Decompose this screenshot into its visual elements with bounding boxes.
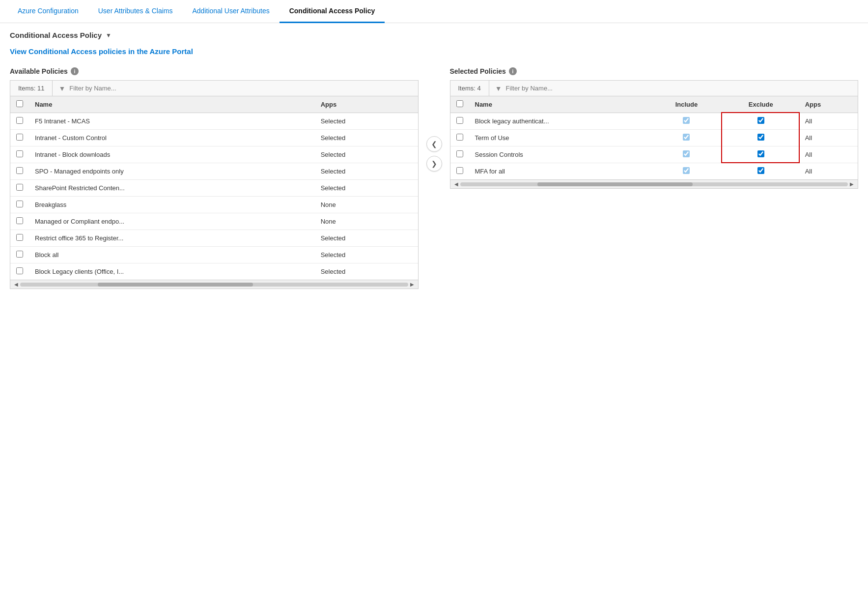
selected-col-apps: Apps bbox=[799, 96, 858, 113]
available-row-checkbox[interactable] bbox=[10, 180, 29, 197]
selected-row-include[interactable] bbox=[650, 146, 723, 163]
selected-row-apps: All bbox=[799, 130, 858, 146]
selected-policies-filter-input[interactable] bbox=[506, 85, 852, 92]
selected-row-cb-0[interactable] bbox=[456, 117, 463, 124]
selected-row-exclude-cb-2[interactable] bbox=[757, 150, 764, 157]
selected-col-exclude: Exclude bbox=[723, 96, 799, 113]
available-row-checkbox[interactable] bbox=[10, 230, 29, 247]
available-row-cb-9[interactable] bbox=[16, 267, 23, 274]
available-scroll-thumb bbox=[98, 283, 253, 287]
selected-row-exclude[interactable] bbox=[723, 130, 799, 146]
available-row-checkbox[interactable] bbox=[10, 113, 29, 130]
transfer-right-button[interactable]: ❯ bbox=[426, 156, 442, 172]
available-row-cb-0[interactable] bbox=[16, 117, 23, 124]
available-row-checkbox[interactable] bbox=[10, 197, 29, 213]
selected-scroll-track[interactable] bbox=[460, 182, 848, 186]
tab-azure-config[interactable]: Azure Configuration bbox=[8, 0, 88, 23]
available-row-checkbox[interactable] bbox=[10, 247, 29, 263]
selected-scroll-thumb bbox=[537, 182, 693, 186]
selected-row-checkbox[interactable] bbox=[450, 113, 469, 130]
selected-scroll-left-arrow[interactable]: ◀ bbox=[452, 181, 460, 187]
selected-row-exclude-cb-0[interactable] bbox=[757, 117, 764, 124]
selected-scroll-right-arrow[interactable]: ▶ bbox=[848, 181, 856, 187]
top-navigation: Azure Configuration User Attributes & Cl… bbox=[0, 0, 868, 23]
tab-user-attributes[interactable]: User Attributes & Claims bbox=[88, 0, 183, 23]
transfer-left-button[interactable]: ❮ bbox=[426, 136, 442, 152]
available-policy-row: SharePoint Restricted Conten... Selected bbox=[10, 180, 418, 197]
available-row-name: Block Legacy clients (Office, I... bbox=[29, 263, 315, 280]
available-row-apps: Selected bbox=[315, 130, 418, 146]
selected-row-exclude[interactable] bbox=[723, 113, 799, 130]
available-row-checkbox[interactable] bbox=[10, 263, 29, 280]
selected-row-name: Block legacy authenticat... bbox=[469, 113, 651, 130]
section-dropdown-arrow[interactable]: ▼ bbox=[106, 32, 112, 39]
available-row-checkbox[interactable] bbox=[10, 163, 29, 180]
available-policies-filter-bar: Items: 11 ▼ bbox=[10, 81, 418, 96]
available-policies-scrollbar[interactable]: ◀ ▶ bbox=[10, 280, 418, 289]
available-row-cb-8[interactable] bbox=[16, 251, 23, 258]
selected-row-checkbox[interactable] bbox=[450, 130, 469, 146]
selected-row-cb-2[interactable] bbox=[456, 150, 463, 157]
selected-row-include-cb-2[interactable] bbox=[683, 150, 690, 157]
selected-policies-filter-icon: ▼ bbox=[495, 85, 502, 92]
selected-row-exclude-cb-3[interactable] bbox=[757, 167, 764, 174]
selected-policy-row: Block legacy authenticat... All bbox=[450, 113, 858, 130]
available-policy-row: Block Legacy clients (Office, I... Selec… bbox=[10, 263, 418, 280]
available-policies-scroll-area[interactable]: Name Apps F5 Intranet - MCAS Selected In… bbox=[10, 96, 418, 280]
available-row-apps: Selected bbox=[315, 230, 418, 247]
selected-row-apps: All bbox=[799, 146, 858, 163]
available-row-cb-1[interactable] bbox=[16, 134, 23, 141]
selected-row-exclude[interactable] bbox=[723, 163, 799, 180]
available-row-apps: Selected bbox=[315, 146, 418, 163]
selected-row-include-cb-0[interactable] bbox=[683, 117, 690, 124]
selected-policies-table-wrapper: Items: 4 ▼ Name bbox=[450, 80, 859, 189]
selected-row-include[interactable] bbox=[650, 113, 723, 130]
section-title: Conditional Access Policy bbox=[10, 31, 102, 39]
selected-policies-title: Selected Policies i bbox=[450, 67, 859, 75]
available-scroll-track[interactable] bbox=[20, 283, 408, 287]
available-row-cb-5[interactable] bbox=[16, 201, 23, 207]
selected-select-all-checkbox[interactable] bbox=[456, 100, 463, 107]
available-policies-filter-input[interactable] bbox=[69, 85, 412, 92]
selected-row-exclude[interactable] bbox=[723, 146, 799, 163]
selected-row-checkbox[interactable] bbox=[450, 163, 469, 180]
available-row-cb-7[interactable] bbox=[16, 234, 23, 241]
available-row-name: SharePoint Restricted Conten... bbox=[29, 180, 315, 197]
selected-row-include[interactable] bbox=[650, 163, 723, 180]
available-row-cb-3[interactable] bbox=[16, 167, 23, 174]
available-scroll-right-arrow[interactable]: ▶ bbox=[408, 282, 416, 287]
selected-row-name: Term of Use bbox=[469, 130, 651, 146]
selected-row-include-cb-1[interactable] bbox=[683, 134, 690, 141]
selected-row-include-cb-3[interactable] bbox=[683, 167, 690, 174]
available-row-name: Block all bbox=[29, 247, 315, 263]
available-row-checkbox[interactable] bbox=[10, 130, 29, 146]
selected-row-name: Session Controls bbox=[469, 146, 651, 163]
available-row-name: Intranet - Custom Control bbox=[29, 130, 315, 146]
available-row-checkbox[interactable] bbox=[10, 213, 29, 230]
selected-row-exclude-cb-1[interactable] bbox=[757, 134, 764, 141]
available-row-cb-2[interactable] bbox=[16, 150, 23, 157]
available-row-checkbox[interactable] bbox=[10, 146, 29, 163]
available-row-name: Managed or Compliant endpo... bbox=[29, 213, 315, 230]
available-row-cb-4[interactable] bbox=[16, 184, 23, 191]
azure-portal-link[interactable]: View Conditional Access policies in the … bbox=[10, 47, 193, 56]
available-row-name: SPO - Managed endpoints only bbox=[29, 163, 315, 180]
selected-policies-scrollbar[interactable]: ◀ ▶ bbox=[450, 179, 858, 188]
selected-policies-filter-wrapper: ▼ bbox=[489, 82, 858, 95]
selected-row-cb-3[interactable] bbox=[456, 167, 463, 174]
tab-additional-user-attributes[interactable]: Additional User Attributes bbox=[182, 0, 279, 23]
selected-policy-row: Term of Use All bbox=[450, 130, 858, 146]
available-select-all-checkbox[interactable] bbox=[16, 100, 23, 107]
available-policies-filter-icon: ▼ bbox=[58, 85, 65, 92]
selected-table-container: Name Include Exclude Apps Block legacy a… bbox=[450, 96, 858, 179]
selected-policies-items-count: Items: 4 bbox=[450, 81, 489, 96]
selected-row-include[interactable] bbox=[650, 130, 723, 146]
available-policies-panel: Available Policies i Items: 11 ▼ bbox=[10, 67, 419, 289]
tab-conditional-access[interactable]: Conditional Access Policy bbox=[280, 0, 385, 23]
available-policies-table-wrapper: Items: 11 ▼ Name Apps bbox=[10, 80, 419, 289]
selected-row-cb-1[interactable] bbox=[456, 134, 463, 141]
available-row-cb-6[interactable] bbox=[16, 217, 23, 224]
selected-row-checkbox[interactable] bbox=[450, 146, 469, 163]
available-scroll-left-arrow[interactable]: ◀ bbox=[12, 282, 20, 287]
page-content: Conditional Access Policy ▼ View Conditi… bbox=[0, 23, 868, 297]
